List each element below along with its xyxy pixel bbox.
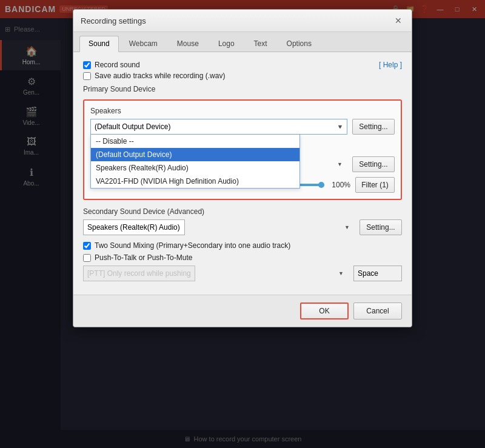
speakers-dropdown-shown[interactable]: (Default Output Device) ▼ (90, 119, 347, 135)
save-audio-checkbox[interactable] (83, 72, 91, 80)
push-to-talk-checkbox[interactable] (83, 254, 91, 262)
push-to-talk-label[interactable]: Push-To-Talk or Push-To-Mute (83, 253, 402, 262)
tab-mouse[interactable]: Mouse (168, 36, 208, 52)
two-sound-mixing-checkbox[interactable] (83, 242, 91, 250)
primary-device-box: Speakers (Default Output Device) ▼ (83, 99, 402, 200)
filter-button[interactable]: Filter (1) (355, 177, 395, 193)
dropdown-item-disable[interactable]: -- Disable -- (91, 135, 299, 148)
dropdown-item-realtek[interactable]: Speakers (Realtek(R) Audio) (91, 161, 299, 175)
ok-button[interactable]: OK (300, 303, 349, 319)
primary-device-section: Primary Sound Device Speakers (Default O… (83, 85, 402, 200)
record-sound-row: Record sound [ Help ] (83, 61, 402, 69)
ptt-dropdown-row: [PTT] Only record while pushing (83, 266, 402, 281)
tab-text[interactable]: Text (245, 36, 276, 52)
secondary-section-title: Secondary Sound Device (Advanced) (83, 207, 402, 216)
mic-setting-button[interactable]: Setting... (352, 156, 395, 172)
speakers-dropdown-container: (Default Output Device) ▼ -- Disable -- … (90, 119, 395, 135)
save-audio-label[interactable]: Save audio tracks while recording (.wav) (83, 72, 225, 80)
dialog-close-button[interactable]: ✕ (392, 15, 404, 27)
push-to-talk-row: Push-To-Talk or Push-To-Mute (83, 253, 402, 262)
speakers-dropdown-row: (Default Output Device) ▼ -- Disable -- … (90, 119, 395, 135)
dialog-tabs: Sound Webcam Mouse Logo Text Options (73, 32, 412, 52)
secondary-dropdown-row: Speakers (Realtek(R) Audio) Setting... (83, 219, 402, 235)
dialog-content: Record sound [ Help ] Save audio tracks … (73, 52, 412, 295)
secondary-dropdown[interactable]: Speakers (Realtek(R) Audio) (83, 219, 185, 235)
primary-section-title: Primary Sound Device (83, 85, 402, 93)
speakers-label: Speakers (90, 107, 395, 115)
volume-percent: 100% (329, 181, 350, 189)
speakers-dropdown-list: -- Disable -- (Default Output Device) Sp… (90, 135, 300, 189)
secondary-device-section: Secondary Sound Device (Advanced) Speake… (83, 207, 402, 235)
dialog-footer: OK Cancel (73, 295, 412, 327)
dialog-titlebar: Recording settings ✕ (73, 10, 412, 32)
dropdown-item-nvidia[interactable]: VA2201-FHD (NVIDIA High Definition Audio… (91, 175, 299, 188)
dialog-title: Recording settings (81, 16, 146, 25)
speakers-setting-button[interactable]: Setting... (352, 119, 395, 135)
dropdown-arrow-icon: ▼ (338, 124, 343, 130)
record-sound-label[interactable]: Record sound (83, 61, 140, 69)
dropdown-item-default[interactable]: (Default Output Device) (91, 148, 299, 161)
cancel-button[interactable]: Cancel (353, 303, 402, 319)
speakers-dropdown-wrapper: (Default Output Device) ▼ -- Disable -- … (90, 119, 347, 135)
tab-logo[interactable]: Logo (209, 36, 244, 52)
secondary-dropdown-wrapper: Speakers (Realtek(R) Audio) (83, 219, 355, 235)
ptt-key-input[interactable] (353, 266, 402, 281)
secondary-setting-button[interactable]: Setting... (360, 219, 402, 235)
two-sound-mixing-row: Two Sound Mixing (Primary+Secondary into… (83, 241, 402, 250)
save-audio-row: Save audio tracks while recording (.wav) (83, 72, 402, 80)
recording-settings-dialog: Recording settings ✕ Sound Webcam Mouse … (73, 9, 412, 327)
tab-sound[interactable]: Sound (79, 36, 119, 52)
modal-overlay: Recording settings ✕ Sound Webcam Mouse … (0, 0, 485, 448)
record-sound-checkbox[interactable] (83, 61, 91, 69)
tab-options[interactable]: Options (278, 36, 321, 52)
two-sound-mixing-label[interactable]: Two Sound Mixing (Primary+Secondary into… (83, 241, 402, 250)
ptt-dropdown[interactable]: [PTT] Only record while pushing (83, 266, 195, 281)
help-link[interactable]: [ Help ] (379, 61, 402, 69)
ptt-dropdown-wrapper: [PTT] Only record while pushing (83, 266, 349, 281)
tab-webcam[interactable]: Webcam (120, 36, 167, 52)
